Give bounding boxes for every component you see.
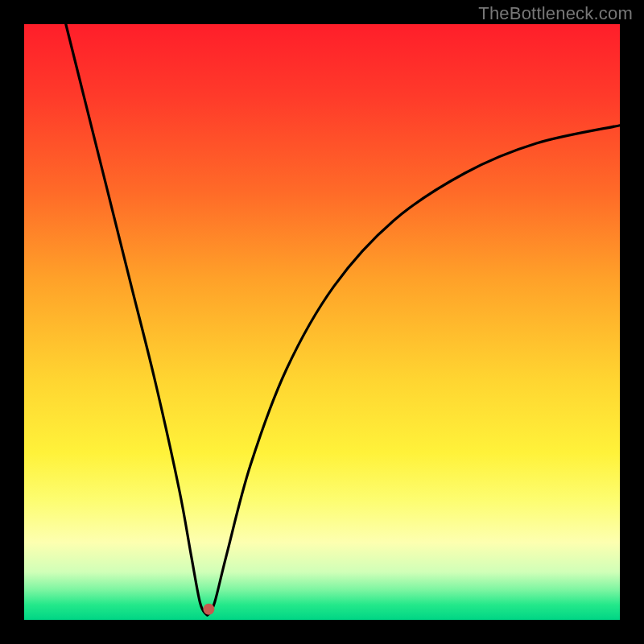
attribution-text: TheBottleneck.com [478, 3, 633, 24]
chart-frame: TheBottleneck.com [0, 0, 644, 644]
plot-area [24, 24, 620, 620]
bottleneck-curve [66, 24, 620, 615]
optimum-marker [203, 604, 214, 615]
curve-svg [24, 24, 620, 620]
